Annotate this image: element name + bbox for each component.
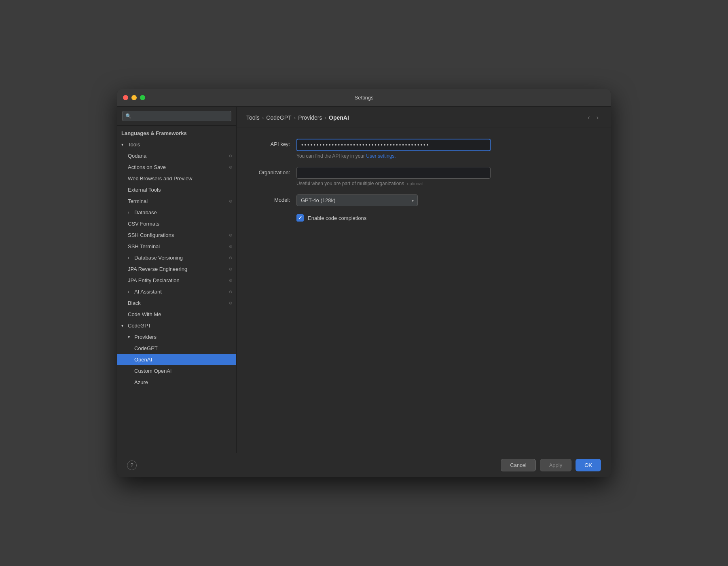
- sidebar-item-label: Black: [128, 300, 141, 306]
- sidebar-scroll[interactable]: Languages & Frameworks ▾ Tools Qodana ⊙ …: [117, 126, 236, 453]
- chevron-down-icon: ▾: [121, 142, 126, 147]
- nav-arrows: ‹ ›: [585, 113, 601, 122]
- reset-icon: ⊙: [229, 244, 232, 249]
- close-button[interactable]: [123, 95, 128, 100]
- chevron-down-icon: ▾: [121, 323, 126, 328]
- maximize-button[interactable]: [140, 95, 145, 100]
- breadcrumb-codegpt: CodeGPT: [266, 114, 291, 121]
- sidebar-item-code-with-me[interactable]: Code With Me: [117, 308, 236, 320]
- sidebar-item-tools[interactable]: ▾ Tools: [117, 139, 236, 150]
- content-area: Tools › CodeGPT › Providers › OpenAI ‹ ›…: [237, 107, 611, 453]
- sidebar-item-actions-on-save[interactable]: Actions on Save ⊙: [117, 161, 236, 173]
- reset-icon: ⊙: [229, 199, 232, 203]
- sidebar-item-providers[interactable]: ▾ Providers: [117, 331, 236, 342]
- sidebar-item-label: Web Browsers and Preview: [128, 175, 192, 182]
- sidebar-item-label: Tools: [128, 142, 140, 148]
- sidebar-item-label: SSH Configurations: [128, 232, 174, 238]
- checkbox-section: ✓ Enable code completions: [250, 214, 598, 222]
- api-key-row: API key: You can find the API key in you…: [250, 139, 598, 159]
- sidebar-item-label: CodeGPT: [128, 323, 151, 329]
- search-input[interactable]: [122, 111, 231, 121]
- reset-icon: ⊙: [229, 278, 232, 283]
- footer: ? Cancel Apply OK: [117, 453, 611, 477]
- sidebar-item-custom-openai[interactable]: Custom OpenAI: [117, 365, 236, 376]
- api-key-input[interactable]: [296, 139, 491, 151]
- reset-icon: ⊙: [229, 267, 232, 271]
- cancel-button[interactable]: Cancel: [501, 459, 535, 471]
- sidebar-item-ssh-terminal[interactable]: SSH Terminal ⊙: [117, 241, 236, 252]
- help-button[interactable]: ?: [127, 460, 137, 470]
- traffic-lights: [123, 95, 145, 100]
- search-bar: 🔍: [117, 107, 236, 126]
- sidebar-item-label: Actions on Save: [128, 164, 166, 170]
- enable-completions-row[interactable]: ✓ Enable code completions: [296, 214, 598, 222]
- apply-button[interactable]: Apply: [540, 459, 572, 471]
- breadcrumb-tools: Tools: [246, 114, 260, 121]
- breadcrumb-sep-2: ›: [294, 114, 296, 121]
- checkbox-enable-completions-label: Enable code completions: [308, 215, 366, 221]
- sidebar-item-languages-frameworks[interactable]: Languages & Frameworks: [117, 127, 236, 139]
- model-select-wrap: GPT-4o (128k) GPT-4 Turbo GPT-4 GPT-3.5 …: [296, 194, 418, 206]
- sidebar-item-ssh-configurations[interactable]: SSH Configurations ⊙: [117, 229, 236, 241]
- sidebar-item-black[interactable]: Black ⊙: [117, 297, 236, 308]
- api-key-label: API key:: [250, 139, 290, 147]
- org-label: Organization:: [250, 167, 290, 175]
- chevron-right-icon: ›: [128, 256, 133, 260]
- chevron-right-icon: ›: [128, 289, 133, 294]
- reset-icon: ⊙: [229, 289, 232, 294]
- sidebar-item-label: Database Versioning: [134, 255, 183, 261]
- search-wrap: 🔍: [122, 111, 231, 121]
- reset-icon: ⊙: [229, 165, 232, 169]
- chevron-right-icon: ›: [128, 210, 133, 215]
- sidebar-item-ai-assistant[interactable]: › AI Assistant ⊙: [117, 286, 236, 297]
- sidebar-item-openai[interactable]: OpenAI: [117, 354, 236, 365]
- organization-row: Organization: Useful when you are part o…: [250, 167, 598, 186]
- sidebar-item-database[interactable]: › Database: [117, 207, 236, 218]
- user-settings-link[interactable]: User settings.: [366, 153, 396, 159]
- checkbox-enable-completions[interactable]: ✓: [296, 214, 304, 222]
- minimize-button[interactable]: [131, 95, 137, 100]
- sidebar-item-azure[interactable]: Azure: [117, 376, 236, 388]
- sidebar-item-codegpt-provider[interactable]: CodeGPT: [117, 342, 236, 354]
- sidebar-item-label: SSH Terminal: [128, 243, 160, 249]
- nav-back-button[interactable]: ‹: [585, 113, 592, 122]
- content-header: Tools › CodeGPT › Providers › OpenAI ‹ ›: [237, 107, 611, 127]
- api-key-hint: You can find the API key in your User se…: [296, 153, 491, 159]
- nav-forward-button[interactable]: ›: [594, 113, 601, 122]
- optional-badge: optional: [407, 181, 423, 186]
- ok-button[interactable]: OK: [576, 459, 601, 471]
- sidebar-item-label: Qodana: [128, 153, 146, 159]
- sidebar-item-label: Azure: [134, 379, 148, 385]
- org-input[interactable]: [296, 167, 491, 179]
- sidebar-item-terminal[interactable]: Terminal ⊙: [117, 195, 236, 207]
- reset-icon: ⊙: [229, 154, 232, 158]
- settings-window: Settings 🔍 Languages & Frameworks ▾ Tool…: [117, 89, 611, 477]
- breadcrumb-sep-1: ›: [262, 114, 264, 121]
- sidebar-item-label: Custom OpenAI: [134, 368, 172, 374]
- model-label: Model:: [250, 194, 290, 203]
- sidebar-item-database-versioning[interactable]: › Database Versioning ⊙: [117, 252, 236, 263]
- sidebar-item-web-browsers[interactable]: Web Browsers and Preview: [117, 173, 236, 184]
- sidebar-item-label: External Tools: [128, 187, 161, 193]
- sidebar-item-qodana[interactable]: Qodana ⊙: [117, 150, 236, 161]
- sidebar-item-label: Languages & Frameworks: [121, 130, 187, 136]
- org-hint: Useful when you are part of multiple org…: [296, 181, 491, 186]
- sidebar-item-external-tools[interactable]: External Tools: [117, 184, 236, 195]
- content-scroll: API key: You can find the API key in you…: [237, 127, 611, 453]
- main-body: 🔍 Languages & Frameworks ▾ Tools Qodana: [117, 107, 611, 453]
- sidebar-item-label: Code With Me: [128, 311, 161, 317]
- sidebar-item-csv-formats[interactable]: CSV Formats: [117, 218, 236, 229]
- sidebar-item-jpa-reverse[interactable]: JPA Reverse Engineering ⊙: [117, 263, 236, 275]
- sidebar-item-label: AI Assistant: [134, 289, 162, 295]
- sidebar-item-label: OpenAI: [134, 357, 152, 363]
- sidebar-item-codegpt[interactable]: ▾ CodeGPT: [117, 320, 236, 331]
- breadcrumb-sep-3: ›: [324, 114, 326, 121]
- api-key-field: You can find the API key in your User se…: [296, 139, 491, 159]
- sidebar-item-label: JPA Entity Declaration: [128, 277, 180, 283]
- checkmark-icon: ✓: [298, 215, 302, 221]
- org-field: Useful when you are part of multiple org…: [296, 167, 491, 186]
- sidebar-item-jpa-entity[interactable]: JPA Entity Declaration ⊙: [117, 275, 236, 286]
- chevron-down-icon: ▾: [128, 335, 133, 339]
- model-select[interactable]: GPT-4o (128k) GPT-4 Turbo GPT-4 GPT-3.5 …: [296, 194, 418, 206]
- sidebar-item-label: CodeGPT: [134, 345, 158, 351]
